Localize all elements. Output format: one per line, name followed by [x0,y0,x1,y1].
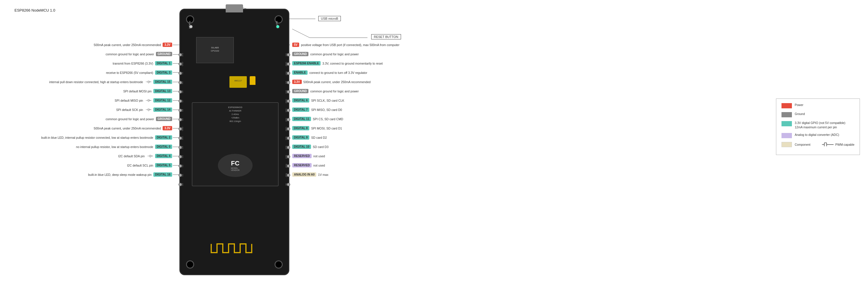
led-yellow [250,76,255,85]
legend-swatch-power [781,103,792,108]
mounting-hole-br [275,260,283,268]
left-pin-1: 3.3V 500mA peak current, under 250mA rec… [94,42,172,47]
right-pin-4: ENABLE connect to ground to turn off 3.3… [292,70,367,75]
left-pin-8: DIGITAL 14 ⊣|⊢ SPI default SCK pin [116,108,172,112]
left-pin-13: DIGITAL 4 ⊣|⊢ I2C default SDA pin [118,154,172,158]
right-pin-10: DIGITAL 8 SPI MOSI, SD card D1 [292,126,342,130]
svg-line-2 [292,29,310,38]
legend-swatch-digital [781,121,792,126]
left-pin-4: DIGITAL 3 receive to ESP8266 (5V complia… [106,70,172,75]
right-pin-9: DIGITAL 11 SPI CS, SD card CMD [292,117,343,121]
right-pin-5: 3.3V 500mA peak current, under 250mA rec… [292,80,371,84]
right-pin-8: DIGITAL 7 SPI MISO, SD card D0 [292,108,342,112]
am1117-chip: AM1117 [229,76,247,88]
legend: Power Ground 3.3V digital GPIO (not 5V c… [776,98,860,155]
cp2102-chip: SILAB5CP2102 [196,37,234,63]
left-pin-5: DIGITAL 15 ⊣|⊢ internal pull down resist… [49,80,172,84]
left-pin-14: DIGITAL 5 I2C default SCL pin [127,163,172,168]
left-pin-12: DIGITAL 0 no internal pullup resistor, l… [76,145,172,149]
right-pin-12: DIGITAL 10 SD card D3 [292,145,329,149]
wifi-module: ESP8266MODAI-THINKER2.4GHz+25dBm802.11b/… [192,102,279,186]
legend-adc: Analog to digital converter (ADC) [781,133,855,138]
right-pin-13: RESERVED not used [292,154,325,158]
legend-ground: Ground [781,112,855,117]
antenna [208,241,260,256]
legend-swatch-ground [781,112,792,117]
left-pin-2: GROUND common ground for logic and power [105,52,172,56]
legend-swatch-component [781,142,792,147]
right-pin-11: DIGITAL 9 SD card D2 [292,135,327,140]
left-pin-10: 3.3V 500mA peak current, under 250mA rec… [94,126,172,130]
left-pin-11: DIGITAL 2 built-in blue LED, internal pu… [41,135,172,140]
right-pin-14: RESERVED not used [292,163,325,168]
rst-label: RST [275,21,278,26]
legend-digital: 3.3V digital GPIO (not 5V compatible)12m… [781,121,855,129]
left-pin-3: DIGITAL 1 transmit from ESP8266 (3.3V) [113,61,172,65]
legend-component: Component PWM-capable [781,142,855,147]
right-pin-3: ESP8266 ENABLE 3.3V, connect to ground m… [292,61,383,65]
right-pin-6: GROUND common ground for logic and power [292,89,359,93]
left-pin-6: DIGITAL 13 SPI default MOSI pin [123,89,172,93]
left-pin-7: DIGITAL 12 ⊣|⊢ SPI default MISO pin [115,98,172,103]
right-pin-7: DIGITAL 6 SPI SCLK, SD card CLK [292,98,344,103]
right-pin-1: 5V positive voltage from USB port (if co… [292,42,399,47]
usb-label: USB microB [318,16,341,21]
legend-swatch-adc [781,133,792,138]
left-pin-9: GROUND common ground for logic and power [105,117,172,121]
page-title: ESP8266 NodeMCU 1.0 [14,8,55,12]
usb-connector [226,4,243,12]
reset-label: RESET BUTTON [371,34,401,39]
flash-label: FLASH [188,21,191,29]
right-pin-2: GROUND common ground for logic and power [292,52,359,56]
legend-power: Power [781,103,855,108]
mounting-hole-bl [186,260,194,268]
left-pin-15: DIGITAL 16 built-in blue LED, deep sleep… [88,172,172,177]
board: FLASH RST 3V3 GND TX RX D8 D7 D6 D5 GND … [179,9,289,275]
right-pin-15: ANALOG IN A0 1V max [292,172,329,177]
